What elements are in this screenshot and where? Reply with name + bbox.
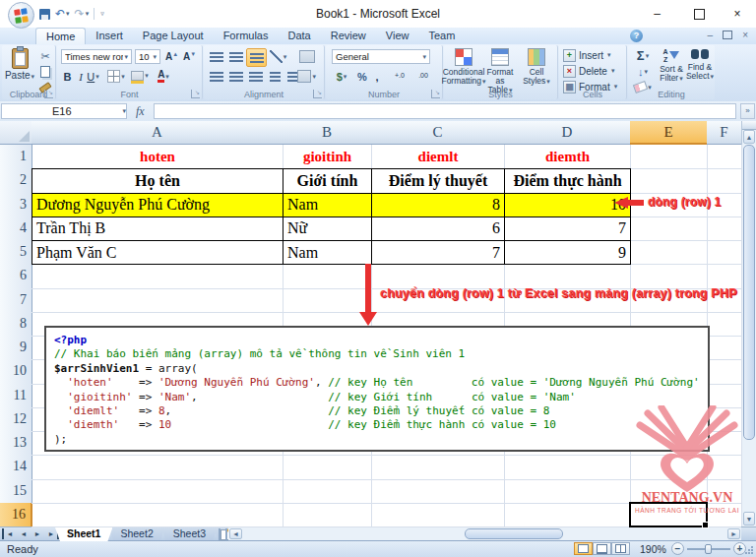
cell-A4[interactable]: Trần Thị B bbox=[32, 217, 284, 241]
cell-D2[interactable]: Điểm thực hành bbox=[504, 168, 631, 193]
middle-align-button[interactable] bbox=[226, 48, 245, 65]
minimize-button[interactable]: – bbox=[635, 0, 679, 28]
cell-D3[interactable]: 10 bbox=[504, 193, 631, 217]
paste-button[interactable]: Paste▾ bbox=[4, 48, 35, 81]
tab-nav-first-button[interactable]: ◄ bbox=[2, 528, 16, 539]
italic-button[interactable]: I bbox=[75, 69, 87, 84]
bottom-align-button[interactable] bbox=[246, 48, 267, 67]
ribbon-tab-view[interactable]: View bbox=[376, 28, 419, 44]
cell-C4[interactable]: 6 bbox=[371, 217, 505, 241]
help-button[interactable]: ? bbox=[630, 30, 643, 42]
zoom-out-button[interactable]: − bbox=[671, 542, 684, 555]
wrap-text-button[interactable] bbox=[297, 48, 316, 65]
row-header-13[interactable]: 13 bbox=[0, 431, 32, 456]
sort-filter-button[interactable]: AZ Sort & Filter▾ bbox=[658, 48, 685, 83]
copy-button[interactable] bbox=[37, 65, 53, 79]
cell-A1[interactable]: hoten bbox=[32, 145, 284, 169]
row-header-11[interactable]: 11 bbox=[0, 384, 32, 408]
sheet-tab-sheet2[interactable]: Sheet2 bbox=[108, 527, 164, 541]
cut-button[interactable]: ✂ bbox=[37, 49, 53, 63]
vertical-scrollbar[interactable]: ▲ ▼ bbox=[741, 121, 756, 526]
ribbon-tab-insert[interactable]: Insert bbox=[86, 28, 133, 44]
row-header-6[interactable]: 6 bbox=[0, 264, 32, 288]
workbook-minimize-button[interactable]: ‒ bbox=[708, 30, 714, 40]
cell-A2[interactable]: Họ tên bbox=[32, 168, 284, 193]
view-page-break-button[interactable] bbox=[611, 542, 630, 555]
ribbon-tab-review[interactable]: Review bbox=[321, 28, 376, 44]
number-dialog-launcher[interactable]: ↘ bbox=[431, 90, 440, 98]
view-page-layout-button[interactable] bbox=[593, 542, 611, 555]
ribbon-tab-team[interactable]: Team bbox=[418, 28, 465, 44]
conditional-formatting-button[interactable]: Conditional Formatting▾ bbox=[446, 48, 481, 86]
redo-button[interactable]: ↷▾ bbox=[75, 7, 90, 21]
font-color-button[interactable]: A▾ bbox=[154, 69, 173, 84]
zoom-slider-thumb[interactable] bbox=[705, 544, 712, 554]
row-header-5[interactable]: 5 bbox=[0, 240, 32, 265]
column-header-A[interactable]: A bbox=[32, 121, 284, 145]
row-header-10[interactable]: 10 bbox=[0, 359, 32, 384]
ribbon-tab-formulas[interactable]: Formulas bbox=[214, 28, 279, 44]
row-header-16[interactable]: 16 bbox=[0, 503, 32, 527]
cell-C1[interactable]: diemlt bbox=[371, 145, 505, 169]
sheet-tab-sheet3[interactable]: Sheet3 bbox=[161, 527, 218, 541]
borders-button[interactable]: ▾ bbox=[106, 69, 126, 84]
number-format-select[interactable]: General▾ bbox=[332, 49, 430, 64]
ribbon-tab-data[interactable]: Data bbox=[278, 28, 320, 44]
sheet-tab-sheet1[interactable]: Sheet1 bbox=[55, 527, 112, 541]
font-dialog-launcher[interactable]: ↘ bbox=[191, 90, 200, 98]
shrink-font-button[interactable]: A▼ bbox=[181, 49, 198, 64]
fill-button[interactable]: ↓▾ bbox=[631, 64, 655, 79]
cell-D5[interactable]: 9 bbox=[504, 240, 631, 265]
merge-center-button[interactable]: ▾ bbox=[297, 68, 316, 85]
row-header-4[interactable]: 4 bbox=[0, 217, 32, 241]
office-button[interactable] bbox=[8, 2, 34, 29]
ribbon-tab-page-layout[interactable]: Page Layout bbox=[133, 28, 214, 44]
cell-B5[interactable]: Nam bbox=[283, 240, 372, 265]
decrease-indent-button[interactable] bbox=[266, 68, 284, 85]
clipboard-dialog-launcher[interactable]: ↘ bbox=[44, 90, 53, 98]
percent-style-button[interactable]: % bbox=[355, 69, 369, 84]
row-header-8[interactable]: 8 bbox=[0, 312, 32, 337]
name-box[interactable]: E16 ▾ bbox=[1, 103, 127, 119]
increase-decimal-button[interactable]: +.0 bbox=[389, 72, 410, 79]
row-header-9[interactable]: 9 bbox=[0, 336, 32, 360]
row-header-2[interactable]: 2 bbox=[0, 168, 32, 193]
autosum-button[interactable]: Σ▾ bbox=[631, 48, 655, 63]
column-header-D[interactable]: D bbox=[504, 121, 631, 145]
cell-C5[interactable]: 7 bbox=[371, 240, 505, 265]
accounting-format-button[interactable]: $▾ bbox=[332, 69, 351, 84]
align-right-button[interactable] bbox=[246, 68, 265, 85]
ribbon-tab-home[interactable]: Home bbox=[35, 28, 86, 44]
format-as-table-button[interactable]: Format as Table▾ bbox=[482, 48, 518, 94]
formula-input[interactable] bbox=[154, 103, 736, 119]
save-button[interactable] bbox=[39, 9, 50, 20]
cell-A5[interactable]: Phạm Văn C bbox=[32, 240, 284, 265]
zoom-level[interactable]: 190% bbox=[640, 543, 666, 555]
vertical-scrollbar-thumb[interactable] bbox=[743, 145, 755, 440]
column-header-C[interactable]: C bbox=[371, 121, 505, 145]
tab-splitter[interactable] bbox=[219, 528, 227, 540]
vertical-split-handle[interactable] bbox=[742, 121, 756, 130]
cell-D1[interactable]: diemth bbox=[504, 145, 631, 169]
horizontal-scrollbar-thumb[interactable] bbox=[465, 528, 563, 539]
scroll-up-button[interactable]: ▲ bbox=[743, 130, 755, 144]
cell-D4[interactable]: 7 bbox=[504, 217, 631, 241]
row-header-14[interactable]: 14 bbox=[0, 455, 32, 479]
view-normal-button[interactable] bbox=[574, 542, 593, 555]
delete-cells-button[interactable]: ×Delete▾ bbox=[563, 64, 614, 78]
close-button[interactable]: × bbox=[719, 0, 756, 28]
grow-font-button[interactable]: A▲ bbox=[163, 49, 180, 64]
decrease-decimal-button[interactable]: .00 bbox=[412, 72, 434, 79]
align-left-button[interactable] bbox=[207, 68, 225, 85]
fill-color-button[interactable]: ▾ bbox=[130, 68, 150, 83]
insert-cells-button[interactable]: +Insert▾ bbox=[563, 48, 611, 62]
workbook-restore-button[interactable] bbox=[723, 31, 732, 39]
row-header-12[interactable]: 12 bbox=[0, 407, 32, 432]
cell-styles-button[interactable]: Cell Styles▾ bbox=[519, 48, 554, 86]
row-header-15[interactable]: 15 bbox=[0, 479, 32, 504]
orientation-button[interactable]: ▾ bbox=[269, 48, 287, 65]
top-align-button[interactable] bbox=[207, 48, 225, 65]
font-size-select[interactable]: 10▾ bbox=[135, 49, 160, 64]
column-header-F[interactable]: F bbox=[707, 121, 742, 145]
tab-nav-next-button[interactable]: ► bbox=[32, 528, 43, 539]
